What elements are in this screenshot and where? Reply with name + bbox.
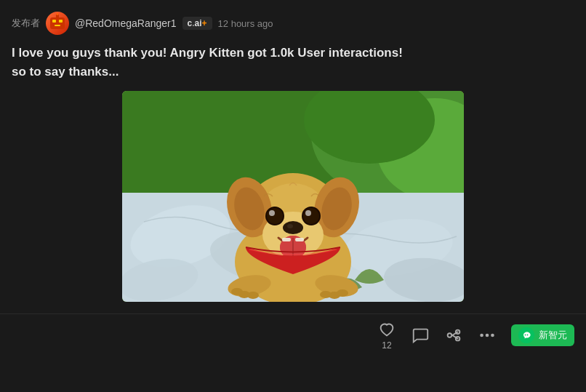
svg-point-32 [283, 221, 303, 234]
wechat-label: 新智元 [539, 329, 567, 342]
like-action[interactable]: 12 [377, 320, 396, 351]
svg-point-33 [287, 224, 293, 228]
svg-point-47 [448, 333, 452, 337]
svg-rect-43 [282, 238, 291, 241]
svg-point-21 [247, 292, 259, 299]
badge-ai: ai [195, 18, 202, 28]
svg-point-50 [491, 334, 494, 337]
post-image [122, 91, 464, 302]
svg-point-53 [527, 335, 529, 336]
badge-plus: + [202, 18, 207, 28]
post-text-line1: I love you guys thank you! Angry Kitten … [12, 44, 574, 63]
actions-bar: 12 新智元 [0, 313, 586, 359]
svg-point-49 [486, 334, 489, 337]
svg-point-38 [303, 208, 319, 224]
svg-point-52 [525, 335, 526, 336]
badge-c: c [188, 18, 193, 28]
svg-point-35 [267, 208, 283, 224]
svg-rect-3 [55, 25, 60, 26]
share-action[interactable] [444, 326, 463, 345]
svg-rect-1 [52, 20, 56, 23]
share-icon [444, 326, 463, 345]
puppy-svg [122, 91, 464, 302]
comment-icon [411, 326, 430, 345]
badge: c.ai+ [182, 17, 212, 30]
svg-point-36 [269, 210, 275, 216]
wechat-promo[interactable]: 新智元 [511, 324, 574, 346]
more-action[interactable] [478, 326, 497, 345]
post-text-line2: so to say thanks... [12, 63, 574, 81]
heart-icon [377, 320, 396, 339]
svg-point-39 [305, 210, 311, 216]
more-icon [478, 326, 497, 345]
publisher-label: 发布者 [12, 17, 40, 30]
wechat-icon [518, 327, 534, 343]
svg-rect-44 [295, 238, 304, 241]
svg-point-24 [337, 289, 348, 297]
svg-point-48 [480, 334, 483, 337]
timestamp: 12 hours ago [218, 18, 273, 29]
post-text: I love you guys thank you! Angry Kitten … [12, 44, 574, 81]
svg-rect-5 [57, 13, 58, 15]
like-count: 12 [382, 340, 391, 351]
username: @RedOmegaRanger1 [75, 17, 177, 29]
avatar [46, 12, 69, 35]
post-image-wrapper [12, 91, 574, 302]
post-container: 发布者 @RedOmegaRanger1 c.ai+ 12 hours ago … [0, 0, 586, 302]
svg-rect-0 [50, 17, 65, 29]
comment-action[interactable] [411, 326, 430, 345]
svg-rect-2 [59, 20, 63, 23]
post-header: 发布者 @RedOmegaRanger1 c.ai+ 12 hours ago [12, 12, 574, 35]
